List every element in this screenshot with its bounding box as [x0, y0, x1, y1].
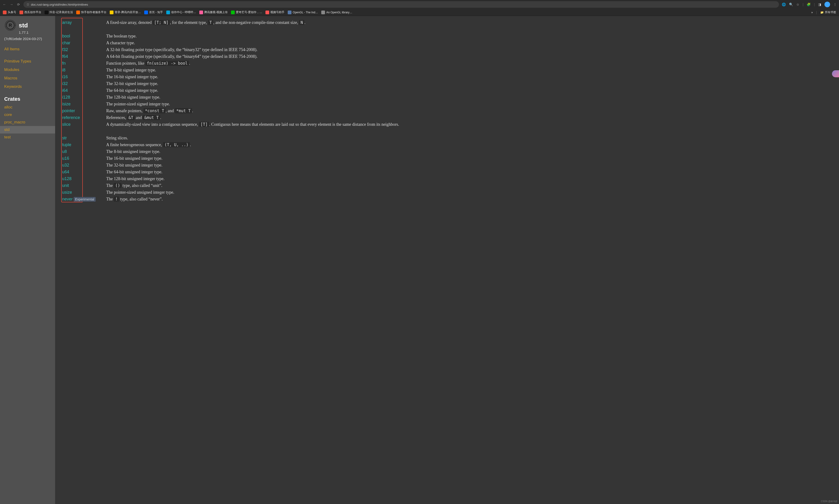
- primitive-description: References, &T and &mut T.: [106, 114, 834, 121]
- inline-code: *mut T: [175, 108, 192, 113]
- crate-build-hash: (7cf61ebde 2024-03-27): [4, 37, 55, 41]
- watermark: CSDN @林鸿群: [821, 500, 838, 503]
- table-row: u32The 32-bit unsigned integer type.: [62, 162, 834, 169]
- bookmark-item[interactable]: OpenGL - The Ind…: [288, 11, 318, 14]
- svg-text:R: R: [9, 23, 12, 28]
- primitive-link-pointer[interactable]: pointer: [62, 108, 106, 114]
- sidebar-nav-keywords[interactable]: Keywords: [4, 83, 55, 91]
- crate-version: 1.77.1: [19, 31, 55, 34]
- primitive-description: A 64-bit floating point type (specifical…: [106, 53, 834, 60]
- primitive-link-usize[interactable]: usize: [62, 189, 106, 196]
- primitive-link-u16[interactable]: u16: [62, 155, 106, 162]
- bookmark-favicon: [3, 11, 6, 14]
- bookmark-label: 视频号助手: [270, 10, 285, 14]
- bookmark-favicon: [288, 11, 291, 14]
- bookmark-label: 快手创作者服务平台: [81, 10, 106, 14]
- bookmark-item[interactable]: 西瓜创作平台: [19, 10, 41, 14]
- table-row: referenceReferences, &T and &mut T.: [62, 114, 834, 121]
- bookmark-item[interactable]: 创作中心 - 哔哩哔…: [166, 10, 196, 14]
- primitive-link-u8[interactable]: u8: [62, 148, 106, 155]
- bookmarks-overflow[interactable]: »: [811, 11, 813, 14]
- table-row: usizeThe pointer-sized unsigned integer …: [62, 189, 834, 196]
- table-row: f32A 32-bit floating point type (specifi…: [62, 47, 834, 53]
- primitive-link-isize[interactable]: isize: [62, 101, 106, 108]
- bookmark-favicon: [19, 11, 23, 14]
- bookmark-label: 抖音-记录美好生活: [50, 10, 73, 14]
- zoom-icon[interactable]: 🔍: [789, 3, 793, 6]
- bookmark-item[interactable]: 首页 - 知乎: [144, 10, 163, 14]
- sidepanel-icon[interactable]: ◨: [818, 3, 821, 6]
- bookmark-label: 创作中心 - 哔哩哔…: [171, 10, 196, 14]
- bookmark-favicon: [321, 11, 325, 14]
- crate-link-test[interactable]: test: [4, 133, 55, 141]
- extensions-icon[interactable]: 🧩: [807, 3, 811, 6]
- bookmark-item[interactable]: 快手创作者服务平台: [76, 10, 106, 14]
- menu-icon[interactable]: ⋮: [833, 3, 837, 6]
- reload-button[interactable]: ⟳: [16, 3, 21, 6]
- back-button[interactable]: ←: [2, 3, 6, 6]
- crate-title[interactable]: std: [19, 22, 28, 29]
- primitive-link-char[interactable]: char: [62, 40, 106, 47]
- bookmark-favicon: [266, 11, 269, 14]
- primitive-link-i16[interactable]: i16: [62, 74, 106, 80]
- primitive-link-never[interactable]: neverExperimental: [62, 196, 106, 203]
- primitive-link-i32[interactable]: i32: [62, 80, 106, 87]
- crate-link-alloc[interactable]: alloc: [4, 104, 55, 111]
- bookmark-item[interactable]: 腾讯微视-视频上传: [199, 10, 228, 14]
- inline-code: !: [114, 197, 119, 202]
- url-text: doc.rust-lang.org/std/index.html#primiti…: [31, 3, 88, 6]
- table-row: i32The 32-bit signed integer type.: [62, 80, 834, 87]
- primitive-link-fn[interactable]: fn: [62, 60, 106, 67]
- primitive-link-u64[interactable]: u64: [62, 169, 106, 176]
- bookmark-label: 腾讯微视-视频上传: [204, 10, 228, 14]
- inline-code: (): [114, 183, 121, 188]
- primitive-description: The ! type, also called “never”.: [106, 196, 834, 202]
- sidebar-nav-macros[interactable]: Macros: [4, 74, 55, 83]
- crate-link-std[interactable]: std: [0, 126, 55, 133]
- crate-link-core[interactable]: core: [4, 111, 55, 119]
- primitive-description: The () type, also called “unit”.: [106, 182, 834, 189]
- primitive-link-i8[interactable]: i8: [62, 67, 106, 74]
- primitive-link-i128[interactable]: i128: [62, 94, 106, 101]
- primitive-link-i64[interactable]: i64: [62, 87, 106, 94]
- primitive-link-u128[interactable]: u128: [62, 176, 106, 182]
- bookmark-star-icon[interactable]: ☆: [796, 3, 799, 6]
- table-row: tupleA finite heterogeneous sequence, (T…: [62, 142, 834, 148]
- table-row: i16The 16-bit signed integer type.: [62, 74, 834, 80]
- primitive-link-unit[interactable]: unit: [62, 182, 106, 189]
- primitive-link-tuple[interactable]: tuple: [62, 142, 106, 148]
- translate-icon[interactable]: 🌐: [782, 3, 786, 6]
- main-content: arrayA fixed-size array, denoted [T; N],…: [55, 16, 839, 504]
- primitive-link-u32[interactable]: u32: [62, 162, 106, 169]
- bookmark-item[interactable]: 抖音-记录美好生活: [45, 10, 73, 14]
- site-info-icon[interactable]: ⊡: [27, 3, 29, 6]
- bookmark-item[interactable]: 视频号助手: [266, 10, 285, 14]
- primitive-description: The 16-bit signed integer type.: [106, 74, 834, 80]
- forward-button[interactable]: →: [10, 3, 14, 6]
- bookmark-item[interactable]: 头条号: [3, 10, 16, 14]
- table-row: neverExperimentalThe ! type, also called…: [62, 196, 834, 203]
- table-row: u8The 8-bit unsigned integer type.: [62, 148, 834, 155]
- profile-avatar[interactable]: [824, 2, 830, 7]
- sidebar-nav-modules[interactable]: Modules: [4, 66, 55, 74]
- side-widget-icon[interactable]: [832, 70, 839, 77]
- primitive-link-slice[interactable]: slice: [62, 121, 106, 128]
- primitive-link-f64[interactable]: f64: [62, 53, 106, 60]
- primitive-description: The 16-bit unsigned integer type.: [106, 155, 834, 162]
- primitive-link-f32[interactable]: f32: [62, 47, 106, 53]
- all-bookmarks[interactable]: 📁 所有书签: [820, 10, 836, 14]
- crate-link-proc_macro[interactable]: proc_macro: [4, 119, 55, 126]
- nav-all-items[interactable]: All Items: [4, 45, 55, 53]
- bookmark-item[interactable]: An OpenGL library…: [321, 11, 352, 14]
- primitive-link-bool[interactable]: bool: [62, 33, 106, 40]
- url-bar[interactable]: ⊡ doc.rust-lang.org/std/index.html#primi…: [23, 1, 779, 8]
- primitive-link-array[interactable]: array: [62, 19, 106, 26]
- bookmark-item[interactable]: 爱奇艺号-爱创作，…: [231, 10, 262, 14]
- primitive-description: The 64-bit unsigned integer type.: [106, 169, 834, 176]
- primitive-description: The 8-bit signed integer type.: [106, 67, 834, 74]
- primitive-link-reference[interactable]: reference: [62, 114, 106, 121]
- bookmark-item[interactable]: 登录-腾讯内容开放…: [110, 10, 141, 14]
- sidebar: R std 1.77.1 (7cf61ebde 2024-03-27) All …: [0, 16, 55, 504]
- primitive-link-str[interactable]: str: [62, 135, 106, 142]
- sidebar-nav-primitive-types[interactable]: Primitive Types: [4, 57, 55, 66]
